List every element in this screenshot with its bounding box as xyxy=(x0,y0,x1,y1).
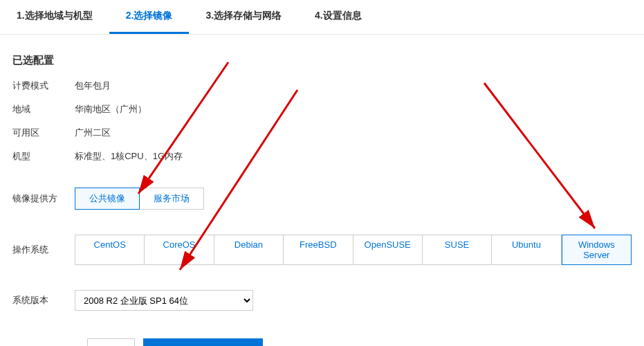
os-opensuse[interactable]: OpenSUSE xyxy=(353,235,423,265)
image-provider-public[interactable]: 公共镜像 xyxy=(75,188,140,210)
step-tabs: 1.选择地域与机型 2.选择镜像 3.选择存储与网络 4.设置信息 xyxy=(0,0,644,35)
tab-image[interactable]: 2.选择镜像 xyxy=(109,0,190,34)
os-debian[interactable]: Debian xyxy=(214,235,284,265)
os-coreos[interactable]: CoreOS xyxy=(145,235,214,265)
version-select[interactable]: 2008 R2 企业版 SP1 64位 xyxy=(75,290,253,311)
os-label: 操作系统 xyxy=(12,244,75,256)
os-suse[interactable]: SUSE xyxy=(423,235,492,265)
tab-storage[interactable]: 3.选择存储与网络 xyxy=(189,0,298,34)
version-label: 系统版本 xyxy=(12,294,75,307)
os-freebsd[interactable]: FreeBSD xyxy=(284,235,353,265)
image-provider-market[interactable]: 服务市场 xyxy=(140,188,204,210)
zone-value: 广州二区 xyxy=(75,127,111,139)
type-value: 标准型、1核CPU、1G内存 xyxy=(75,150,183,163)
zone-label: 可用区 xyxy=(12,127,75,139)
billing-label: 计费模式 xyxy=(12,80,75,92)
tab-region[interactable]: 1.选择地域与机型 xyxy=(0,0,109,34)
region-label: 地域 xyxy=(12,103,75,116)
os-windows[interactable]: Windows Server xyxy=(562,235,632,265)
section-title: 已选配置 xyxy=(12,54,632,67)
os-ubuntu[interactable]: Ubuntu xyxy=(492,235,561,265)
os-centos[interactable]: CentOS xyxy=(75,235,145,265)
prev-button[interactable]: 上一步 xyxy=(87,338,135,346)
next-button[interactable]: 下一步：选择存储与网络 xyxy=(143,338,263,346)
region-value: 华南地区（广州） xyxy=(75,103,147,116)
tab-settings[interactable]: 4.设置信息 xyxy=(298,0,378,34)
image-provider-group: 公共镜像 服务市场 xyxy=(75,188,204,210)
image-provider-label: 镜像提供方 xyxy=(12,192,75,205)
os-group: CentOS CoreOS Debian FreeBSD OpenSUSE SU… xyxy=(75,235,632,265)
type-label: 机型 xyxy=(12,150,75,163)
main-content: 已选配置 计费模式 包年包月 地域 华南地区（广州） 可用区 广州二区 机型 标… xyxy=(0,35,644,346)
footer-buttons: 上一步 下一步：选择存储与网络 xyxy=(12,338,632,346)
billing-value: 包年包月 xyxy=(75,80,111,92)
